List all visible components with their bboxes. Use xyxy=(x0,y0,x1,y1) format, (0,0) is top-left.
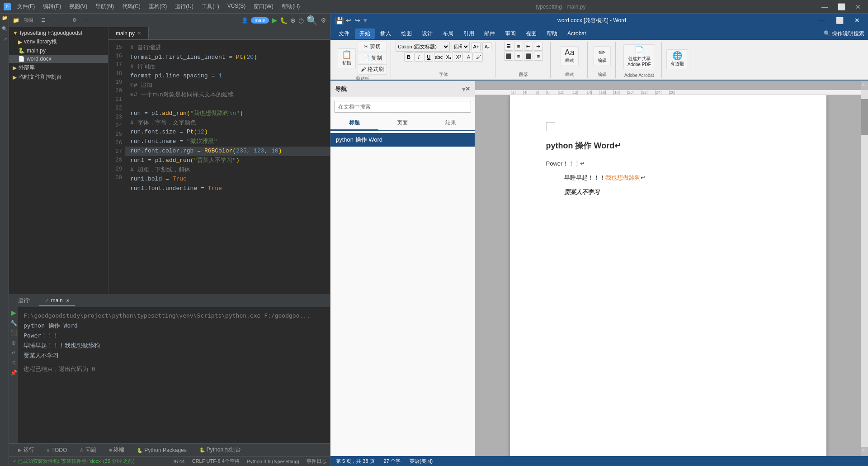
scroll-up-btn[interactable]: ▲ xyxy=(861,81,868,90)
list-bullet-btn[interactable]: ☰ xyxy=(504,42,513,51)
align-right-btn[interactable]: ⬛ xyxy=(524,52,533,61)
word-save-icon[interactable]: 💾 xyxy=(335,16,344,25)
subscript-btn[interactable]: X₂ xyxy=(444,52,453,62)
nav-close-btn[interactable]: ✕ xyxy=(465,86,470,92)
menu-tools[interactable]: 工具(L) xyxy=(198,2,223,11)
menu-window[interactable]: 窗口(W) xyxy=(250,2,277,11)
format-painter-btn[interactable]: 🖌 格式刷 xyxy=(358,64,387,75)
tree-ext-libs[interactable]: ▶ 外部库 xyxy=(9,63,108,72)
settings-icon[interactable]: ⚙ xyxy=(321,17,326,24)
btab-pypackages[interactable]: 🐍Python Packages xyxy=(132,446,192,455)
strikethrough-btn[interactable]: abc xyxy=(434,52,443,62)
edit-btn[interactable]: ✏ 编辑 xyxy=(594,46,611,66)
create-pdf-btn[interactable]: 📄 创建并共享Adobe PDF xyxy=(623,44,655,69)
wmenu-refs[interactable]: 引用 xyxy=(459,29,479,39)
superscript-btn[interactable]: X² xyxy=(454,52,463,62)
tree-root[interactable]: ▼ typesetting F:\goodgoodst xyxy=(9,29,108,37)
underline-btn[interactable]: U xyxy=(424,52,433,62)
run-btn[interactable]: ▶ xyxy=(272,16,277,24)
run-play-icon[interactable]: ▶ xyxy=(11,309,16,316)
btab-todo[interactable]: ≡TODO xyxy=(42,446,72,455)
indent-decrease-btn[interactable]: ⇤ xyxy=(524,42,533,51)
menu-help[interactable]: 帮助(H) xyxy=(278,2,304,11)
close-tab-mainpy[interactable]: ✕ xyxy=(137,31,141,36)
menu-vcs[interactable]: VCS(S) xyxy=(224,2,250,11)
font-shrink-btn[interactable]: A- xyxy=(482,42,491,51)
run-tab-main[interactable]: ✓ main ✕ xyxy=(39,295,75,306)
menu-file[interactable]: 文件(F) xyxy=(14,2,38,11)
toolbar-down-btn[interactable]: ↓ xyxy=(60,17,68,24)
styles-btn[interactable]: Aа 样式 xyxy=(561,46,579,66)
coverage-btn[interactable]: ⊕ xyxy=(290,17,296,24)
font-name-selector[interactable]: Calibri (西文标题) xyxy=(396,42,450,52)
wmenu-view[interactable]: 视图 xyxy=(521,29,541,39)
activity-git[interactable]: ⎇ xyxy=(1,37,8,44)
tree-mainpy[interactable]: 🐍 main.py xyxy=(9,47,108,55)
run-print-icon[interactable]: 🖨 xyxy=(11,360,16,366)
run-stop-icon[interactable]: ⬛ xyxy=(10,330,17,336)
toolbar-close-btn[interactable]: — xyxy=(81,17,92,24)
menu-refactor[interactable]: 重构(R) xyxy=(145,2,171,11)
btab-run[interactable]: ▶运行 xyxy=(13,445,40,455)
nav-item-heading1[interactable]: python 操作 Word xyxy=(330,133,475,147)
toolbar-up-btn[interactable]: ↑ xyxy=(50,17,58,24)
tree-temp[interactable]: ▶ 临时文件和控制台 xyxy=(9,72,108,82)
nav-search-input[interactable] xyxy=(334,101,471,113)
word-close-btn[interactable]: ✕ xyxy=(851,16,863,25)
scroll-thumb[interactable] xyxy=(861,99,868,135)
activity-search[interactable]: 🔍 xyxy=(1,26,8,33)
search-icon[interactable]: 🔍 xyxy=(307,15,318,26)
minimize-btn[interactable]: — xyxy=(818,2,831,11)
menu-run[interactable]: 运行(U) xyxy=(171,2,197,11)
debug-btn[interactable]: 🐛 xyxy=(280,17,288,24)
run-tool-icon[interactable]: 🔧 xyxy=(10,320,17,326)
scroll-down-btn[interactable]: ▼ xyxy=(861,447,868,456)
font-grow-btn[interactable]: A+ xyxy=(472,42,481,51)
bold-btn[interactable]: B xyxy=(404,52,413,62)
word-maximize-btn[interactable]: ⬜ xyxy=(832,16,847,25)
indent-increase-btn[interactable]: ⇥ xyxy=(534,42,543,51)
word-undo-icon[interactable]: ↩ xyxy=(346,17,351,24)
nav-options-icon[interactable]: ▾ xyxy=(462,86,465,93)
menu-navigate[interactable]: 导航(N) xyxy=(92,2,118,11)
tab-mainpy[interactable]: main.py ✕ xyxy=(108,27,149,39)
wmenu-acrobat[interactable]: Acrobat xyxy=(563,29,590,38)
toolbar-menu-btn[interactable]: ☰ xyxy=(38,16,48,24)
wmenu-design[interactable]: 设计 xyxy=(417,29,437,39)
menu-edit[interactable]: 编辑(E) xyxy=(39,2,65,11)
btab-terminal[interactable]: ■终端 xyxy=(104,445,130,455)
nav-tab-results[interactable]: 结果 xyxy=(427,116,475,130)
btab-problems[interactable]: ⚠问题 xyxy=(74,445,102,455)
code-editor[interactable]: 15 16 17 18 19 20 21 22 23 24 25 26 27 2… xyxy=(108,40,330,294)
nav-tab-pages[interactable]: 页面 xyxy=(378,116,426,130)
wmenu-draw[interactable]: 绘图 xyxy=(396,29,416,39)
wmenu-home[interactable]: 开始 xyxy=(355,29,375,39)
font-size-selector[interactable]: 四号 xyxy=(452,42,470,52)
paste-btn[interactable]: 📋 粘贴 xyxy=(338,48,356,68)
align-left-btn[interactable]: ⬛ xyxy=(504,52,513,61)
scroll-track[interactable] xyxy=(861,90,868,447)
word-scrollbar[interactable]: ▲ ▼ xyxy=(861,81,868,456)
btab-pyconsole[interactable]: 🐍Python 控制台 xyxy=(194,445,247,455)
align-justify-btn[interactable]: ≡ xyxy=(534,52,543,61)
menu-code[interactable]: 代码(C) xyxy=(118,2,144,11)
branch-badge[interactable]: main xyxy=(251,17,269,24)
list-number-btn[interactable]: ≡ xyxy=(514,42,523,51)
run-pin-icon[interactable]: 📌 xyxy=(10,370,17,376)
word-document[interactable]: |2||4||6||8||10||12||14||16||18||20||22|… xyxy=(475,81,861,456)
toolbar-project-label[interactable]: 项目 xyxy=(21,16,37,24)
wmenu-help[interactable]: 帮助 xyxy=(542,29,562,39)
activity-project[interactable]: 📁 xyxy=(1,15,8,23)
close-btn[interactable]: ✕ xyxy=(852,2,864,11)
wmenu-insert[interactable]: 插入 xyxy=(376,29,396,39)
run-tab-close[interactable]: ✕ xyxy=(66,298,70,303)
translate-btn[interactable]: 🌐 有道翻 xyxy=(666,49,688,69)
nav-tab-headings[interactable]: 标题 xyxy=(330,116,378,130)
wmenu-mail[interactable]: 邮件 xyxy=(480,29,500,39)
tree-venv[interactable]: ▶ venv library根 xyxy=(9,37,108,47)
align-center-btn[interactable]: ≡ xyxy=(514,52,523,61)
cut-btn[interactable]: ✂ 剪切 xyxy=(358,42,387,52)
wmenu-layout[interactable]: 布局 xyxy=(438,29,458,39)
profile-btn[interactable]: ◷ xyxy=(298,17,304,24)
toolbar-settings-btn[interactable]: ⚙ xyxy=(70,16,80,24)
